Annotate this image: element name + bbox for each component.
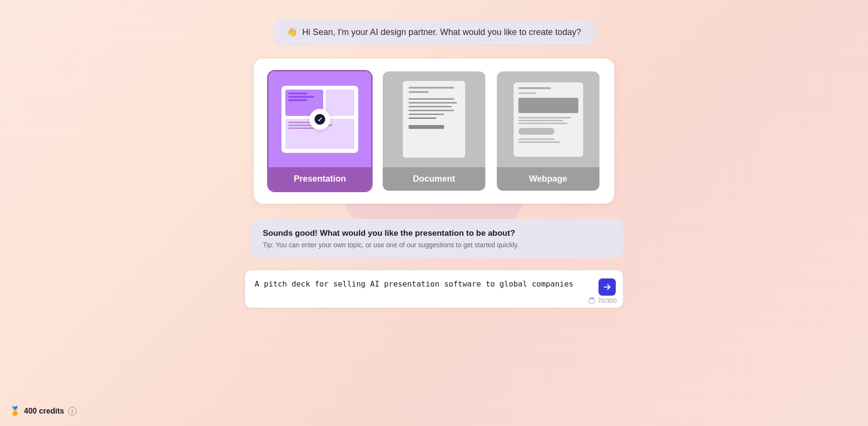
presentation-preview: ✓ (269, 71, 371, 167)
credits-label: 400 credits (24, 407, 64, 415)
info-icon[interactable]: i (68, 407, 77, 415)
selected-check: ✓ (309, 109, 330, 130)
document-mock (403, 81, 465, 158)
presentation-card[interactable]: ✓ Presentation (267, 70, 373, 192)
webpage-card[interactable]: Webpage (495, 70, 601, 192)
check-icon: ✓ (315, 114, 325, 125)
send-icon (603, 283, 611, 291)
char-counter: 70/300 (588, 297, 617, 304)
followup-title: Sounds good! What would you like the pre… (263, 229, 610, 238)
spinner-icon (588, 298, 595, 304)
char-count: 70/300 (598, 297, 617, 304)
document-label: Document (383, 167, 485, 191)
webpage-label: Webpage (497, 167, 599, 191)
followup-tip: Tip: You can enter your own topic, or us… (263, 241, 610, 249)
document-preview (383, 71, 485, 167)
input-area: A pitch deck for selling AI presentation… (245, 270, 623, 310)
credits-icon: 🏅 (10, 406, 20, 416)
greeting-emoji: 👋 (287, 27, 297, 37)
webpage-preview (497, 71, 599, 167)
presentation-label: Presentation (269, 167, 371, 191)
webpage-mock (514, 82, 583, 157)
followup-bubble: Sounds good! What would you like the pre… (249, 219, 623, 258)
topic-input[interactable]: A pitch deck for selling AI presentation… (245, 270, 623, 308)
greeting-text: Hi Sean, I'm your AI design partner. Wha… (302, 27, 581, 37)
send-button[interactable] (598, 278, 616, 296)
document-card[interactable]: Document (381, 70, 487, 192)
credits-footer: 🏅 400 credits i (10, 406, 77, 416)
greeting-bubble: 👋 Hi Sean, I'm your AI design partner. W… (273, 19, 595, 45)
main-content: 👋 Hi Sean, I'm your AI design partner. W… (218, 19, 650, 310)
card-selector: ✓ Presentation Document (254, 58, 614, 204)
